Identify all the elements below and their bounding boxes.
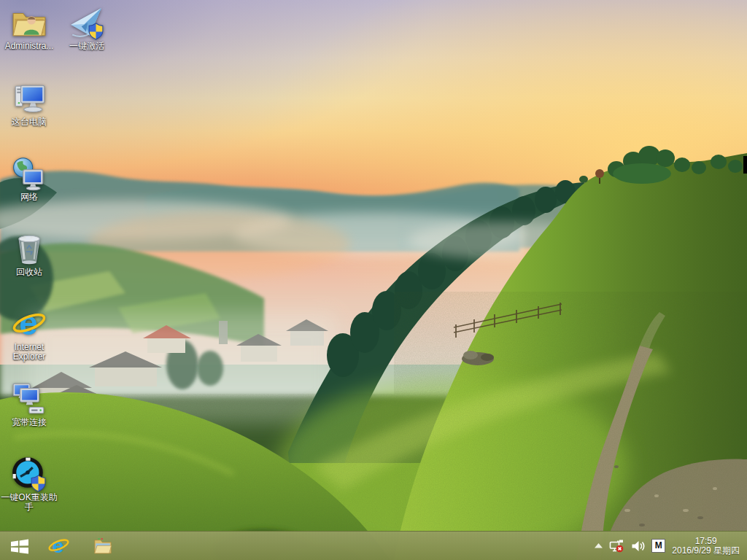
network-status-button[interactable] (609, 532, 624, 560)
desktop-icon-recycle-bin[interactable]: 回收站 (0, 230, 58, 277)
desktop-icon-administrator[interactable]: Administra... (0, 4, 58, 51)
clock-time: 17:59 (695, 537, 717, 546)
icon-label: 一键OK重装助手 (0, 493, 58, 512)
show-hidden-icons-button[interactable] (595, 532, 603, 560)
taskbar-file-explorer-button[interactable] (88, 532, 117, 560)
chevron-up-icon (595, 543, 603, 548)
broadband-connection-icon (11, 381, 47, 417)
globe-monitor-icon (11, 155, 47, 192)
reinstall-helper-icon (11, 456, 47, 492)
ime-indicator[interactable]: M (651, 539, 665, 553)
computer-icon (11, 80, 47, 117)
desktop-icon-network[interactable]: 网络 (0, 155, 58, 202)
clock-date: 2016/9/29 星期四 (672, 546, 740, 556)
network-disconnected-icon (609, 539, 624, 553)
taskbar-internet-explorer-button[interactable]: e (44, 532, 73, 560)
speaker-icon (631, 540, 645, 552)
paper-plane-shield-icon (69, 4, 105, 41)
lone-red-tree (595, 169, 604, 178)
icon-label: 回收站 (16, 268, 42, 277)
administrator-folder-icon (11, 4, 47, 41)
icon-label: 网络 (20, 192, 38, 202)
windows-logo-icon (10, 537, 29, 556)
wallpaper-landscape (0, 0, 747, 560)
icon-label: 宽带连接 (12, 418, 47, 427)
internet-explorer-icon: e (47, 534, 70, 557)
system-tray: M 17:59 2016/9/29 星期四 (595, 532, 747, 560)
desktop-icon-reinstall-helper[interactable]: 一键OK重装助手 (0, 456, 58, 512)
start-button[interactable] (0, 532, 39, 560)
taskbar-clock[interactable]: 17:59 2016/9/29 星期四 (672, 537, 740, 556)
file-explorer-icon (92, 535, 114, 557)
recycle-bin-icon (11, 230, 47, 267)
screen-edge-notch (743, 156, 747, 174)
svg-text:e: e (19, 306, 38, 342)
desktop-icon-broadband[interactable]: 宽带连接 (0, 381, 58, 427)
desktop: Administra... 一键激活 (0, 0, 747, 560)
svg-text:e: e (52, 534, 63, 557)
internet-explorer-icon: e (11, 306, 47, 342)
desktop-icon-one-click-activation[interactable]: 一键激活 (58, 4, 116, 51)
icon-label: Internet Explorer (0, 343, 58, 362)
icon-label: Administra... (5, 42, 54, 51)
taskbar: e (0, 531, 747, 560)
desktop-icon-this-pc[interactable]: 这台电脑 (0, 80, 58, 127)
desktop-icon-internet-explorer[interactable]: e Internet Explorer (0, 306, 58, 362)
icon-label: 一键激活 (69, 42, 104, 51)
icon-label: 这台电脑 (12, 117, 47, 127)
volume-button[interactable] (631, 532, 645, 560)
